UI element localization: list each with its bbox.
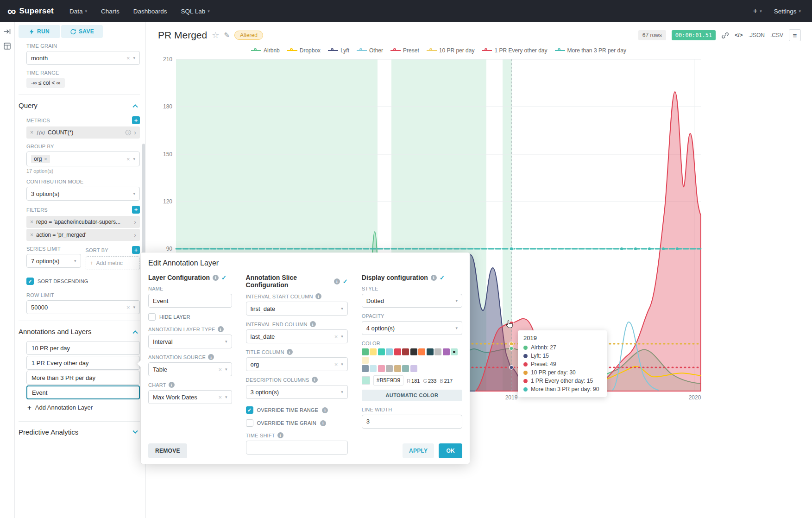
run-button[interactable]: RUN (19, 25, 60, 38)
save-button[interactable]: SAVE (61, 25, 103, 38)
favorite-star-icon[interactable]: ☆ (212, 30, 219, 40)
info-icon[interactable]: i (320, 420, 326, 426)
chart-menu-button[interactable]: ≡ (789, 29, 801, 41)
annotation-layer-item[interactable]: 1 PR Every other day (26, 356, 140, 370)
chart-select[interactable]: Max Work Dates ×▾ (148, 390, 232, 404)
color-swatch[interactable] (394, 365, 401, 372)
superset-logo[interactable]: ∞ Superset (7, 5, 54, 17)
time-grain-select[interactable]: month × ▾ (26, 51, 140, 65)
green-value[interactable]: 233 (428, 378, 436, 384)
color-swatch[interactable] (378, 365, 385, 372)
annotation-layer-item-selected[interactable]: Event (26, 385, 140, 399)
checkbox-unchecked[interactable] (246, 419, 253, 427)
remove-button[interactable]: REMOVE (148, 443, 187, 458)
override-time-grain-checkbox[interactable]: OVERRIDE TIME GRAIN i (246, 419, 348, 427)
annotation-source-select[interactable]: Table ×▾ (148, 362, 232, 376)
color-swatch[interactable] (370, 348, 377, 355)
remove-tag-icon[interactable]: × (44, 156, 47, 162)
apply-button[interactable]: APPLY (403, 443, 434, 458)
info-icon[interactable]: i (277, 432, 283, 438)
query-section-header[interactable]: Query (19, 100, 140, 111)
predictive-analytics-section-header[interactable]: Predictive Analytics (19, 426, 140, 438)
clear-icon[interactable]: × (334, 334, 338, 340)
add-filter-button[interactable]: + (132, 206, 140, 214)
hide-layer-checkbox[interactable]: HIDE LAYER (148, 313, 232, 321)
interval-end-select[interactable]: last_date ×▾ (246, 329, 348, 343)
style-select[interactable]: Dotted ▾ (362, 294, 462, 308)
nav-dashboards[interactable]: Dashboards (133, 8, 167, 15)
checkbox-checked[interactable]: ✓ (26, 278, 34, 285)
color-swatch[interactable] (362, 357, 369, 364)
info-icon[interactable]: i (213, 275, 219, 281)
checkbox-unchecked[interactable] (148, 313, 156, 321)
sort-descending-checkbox[interactable]: ✓ SORT DESCENDING (26, 278, 140, 285)
automatic-color-button[interactable]: AUTOMATIC COLOR (362, 390, 462, 401)
sort-by-add-metric[interactable]: + Add metric (86, 256, 140, 270)
title-column-select[interactable]: org ×▾ (246, 357, 348, 371)
remove-icon[interactable]: × (30, 232, 33, 238)
info-icon[interactable]: i (315, 293, 321, 299)
contribution-mode-select[interactable]: 3 option(s) ▾ (26, 187, 140, 201)
remove-icon[interactable]: × (30, 129, 33, 136)
interval-start-select[interactable]: first_date ▾ (246, 302, 348, 316)
clear-icon[interactable]: × (126, 156, 130, 162)
hex-input[interactable]: #B5E9D9 (373, 375, 403, 385)
color-swatch[interactable] (362, 365, 369, 372)
filter-pill[interactable]: × repo = 'apache/incubator-supers... › (26, 216, 140, 228)
legend-item[interactable]: Airbnb (251, 47, 280, 54)
color-swatch[interactable] (402, 365, 409, 372)
expand-panel-icon[interactable] (4, 28, 11, 35)
info-icon[interactable]: i (287, 349, 293, 355)
dataset-grid-icon[interactable] (4, 43, 11, 50)
color-swatch[interactable] (386, 365, 393, 372)
info-icon[interactable]: i (169, 382, 175, 388)
opacity-select[interactable]: 4 option(s) ▾ (362, 321, 462, 335)
legend-item[interactable]: Preset (390, 47, 419, 54)
annotation-layer-item[interactable]: 10 PR per day (26, 341, 140, 355)
nav-data[interactable]: Data▾ (69, 8, 87, 15)
row-limit-select[interactable]: 50000 × ▾ (26, 300, 140, 314)
checkbox-checked[interactable]: ✓ (246, 406, 253, 414)
legend-item[interactable]: Dropbox (287, 47, 321, 54)
clear-icon[interactable]: × (334, 361, 338, 367)
blue-value[interactable]: 217 (444, 378, 453, 384)
nav-settings[interactable]: Settings▾ (774, 8, 801, 15)
info-icon[interactable]: i (431, 275, 437, 281)
legend-item[interactable]: More than 3 PR per day (555, 47, 626, 54)
edit-title-icon[interactable]: ✎ (224, 31, 230, 39)
legend-item[interactable]: Lyft (328, 47, 349, 54)
annotation-layer-item[interactable]: More than 3 PR per day (26, 371, 140, 385)
color-swatch[interactable] (402, 348, 409, 355)
group-by-select[interactable]: org × × ▾ (26, 152, 140, 166)
panel-scrollbar[interactable] (142, 144, 145, 257)
red-value[interactable]: 181 (411, 378, 420, 384)
description-columns-select[interactable]: 3 option(s) ▾ (246, 385, 348, 399)
series-limit-select[interactable]: 7 option(s) ▾ (26, 254, 81, 268)
filter-pill[interactable]: × action = 'pr_merged' › (26, 229, 140, 241)
add-sort-metric-button[interactable]: + (132, 246, 140, 254)
color-swatch-selected[interactable] (451, 348, 458, 355)
line-width-input[interactable] (362, 415, 462, 429)
ok-button[interactable]: OK (439, 443, 462, 458)
embed-code-icon[interactable]: </> (735, 32, 743, 38)
color-swatch[interactable] (434, 348, 441, 355)
info-icon[interactable]: i (312, 377, 318, 383)
nav-sql-lab[interactable]: SQL Lab▾ (181, 8, 210, 15)
layer-name-input[interactable] (148, 294, 232, 308)
color-swatch[interactable] (370, 365, 377, 372)
clear-icon[interactable]: × (126, 304, 130, 310)
color-swatch[interactable] (362, 348, 369, 355)
color-swatch[interactable] (386, 348, 393, 355)
color-swatch[interactable] (410, 365, 417, 372)
info-icon[interactable]: i (218, 326, 224, 332)
annotations-section-header[interactable]: Annotations and Layers (19, 326, 140, 337)
metric-pill[interactable]: × ƒ(x) COUNT(*) ? › (26, 126, 140, 139)
color-swatch[interactable] (427, 348, 434, 355)
clear-icon[interactable]: × (126, 55, 130, 61)
info-icon[interactable]: i (322, 407, 328, 413)
info-icon[interactable]: i (208, 354, 214, 360)
export-csv-button[interactable]: .CSV (770, 32, 783, 38)
clear-icon[interactable]: × (218, 366, 222, 373)
info-icon[interactable]: i (334, 278, 340, 284)
nav-charts[interactable]: Charts (101, 8, 120, 15)
